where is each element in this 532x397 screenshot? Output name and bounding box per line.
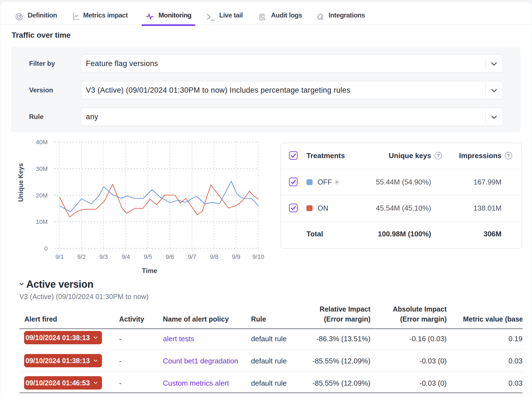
svg-text:?: ? (437, 153, 440, 158)
svg-text:?: ? (507, 153, 510, 158)
